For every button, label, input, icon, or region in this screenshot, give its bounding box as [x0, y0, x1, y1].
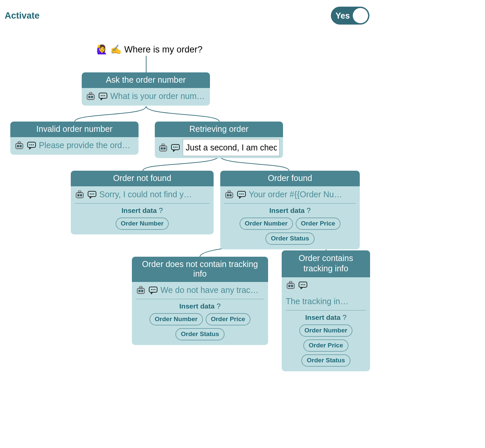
svg-point-47 [141, 290, 143, 292]
svg-rect-18 [159, 146, 167, 151]
svg-point-44 [242, 193, 243, 194]
chip-order-number[interactable]: Order Number [240, 218, 293, 230]
svg-point-26 [176, 146, 177, 147]
chip-order-status[interactable]: Order Status [265, 232, 314, 245]
bot-message: Your order #{{Order Nu… [249, 190, 342, 199]
svg-rect-12 [18, 141, 21, 143]
activate-toggle-label: Yes [336, 11, 350, 21]
node-title: Order does not contain tracking info [132, 257, 268, 282]
writing-icon: ✍️ [110, 44, 122, 55]
chips: Order Number Order Price Order Status [224, 218, 356, 245]
chip-order-price[interactable]: Order Price [303, 339, 348, 352]
svg-rect-57 [289, 281, 292, 283]
node-body: What is your order num… [82, 88, 210, 106]
insert-label-row: Insert data ? [136, 302, 264, 311]
node-retrieving[interactable]: Retrieving order [155, 122, 283, 158]
svg-point-29 [80, 194, 82, 196]
bot-message-row: What is your order num… [86, 91, 206, 101]
bot-message-input[interactable] [183, 139, 280, 156]
robot-icon [86, 92, 96, 101]
svg-point-62 [304, 284, 305, 285]
root-question[interactable]: 🙋‍♀️ ✍️ Where is my order? [96, 44, 203, 55]
insert-data-section: Insert data ? Order Number Order Price O… [224, 203, 356, 245]
node-body: The tracking in… Insert data ? Order Num… [282, 277, 370, 371]
svg-point-38 [230, 194, 232, 196]
chip-order-status[interactable]: Order Status [301, 354, 350, 367]
root-question-text: Where is my order? [124, 45, 203, 55]
chips: Order Number [75, 218, 210, 230]
bot-message-row [158, 139, 280, 156]
svg-point-61 [302, 284, 303, 285]
speech-icon [148, 286, 158, 294]
svg-rect-21 [162, 144, 164, 145]
node-no-tracking[interactable]: Order does not contain tracking info We … [132, 257, 268, 345]
help-icon[interactable]: ? [217, 302, 221, 311]
svg-point-28 [77, 194, 79, 196]
node-title: Invalid order number [10, 122, 139, 137]
svg-point-60 [301, 284, 302, 285]
insert-data-label: Insert data [122, 207, 157, 215]
svg-point-2 [91, 96, 93, 98]
svg-point-15 [29, 144, 30, 145]
insert-data-section: Insert data ? Order Number [75, 203, 210, 230]
activate-row: Activate Yes [5, 7, 369, 25]
toggle-knob [353, 8, 368, 23]
svg-rect-45 [137, 288, 145, 294]
node-body: We do not have any trac… Insert data ? O… [132, 282, 268, 345]
chips: Order Number Order Price Order Status [136, 313, 264, 340]
activate-toggle[interactable]: Yes [331, 7, 369, 25]
svg-rect-39 [228, 191, 231, 192]
bot-message: The tracking in… [286, 297, 366, 306]
svg-point-17 [33, 144, 34, 145]
svg-point-34 [91, 193, 92, 194]
svg-point-46 [139, 290, 141, 292]
svg-point-55 [288, 285, 290, 287]
node-ask-number[interactable]: Ask the order number What is your order … [82, 72, 210, 106]
svg-point-43 [241, 193, 242, 194]
bot-message: What is your order num… [110, 91, 205, 101]
insert-label-row: Insert data ? [224, 206, 356, 215]
help-icon[interactable]: ? [307, 206, 311, 215]
help-icon[interactable]: ? [342, 313, 346, 322]
insert-data-section: Insert data ? Order Number Order Price O… [136, 299, 264, 340]
node-has-tracking[interactable]: Order contains tracking info The trackin… [282, 250, 370, 371]
svg-rect-27 [76, 193, 83, 198]
robot-icon [224, 190, 234, 199]
robot-icon [158, 143, 168, 152]
chip-order-price[interactable]: Order Price [206, 313, 251, 325]
speech-icon [171, 144, 180, 152]
node-not-found[interactable]: Order not found Sorry, I could not find … [71, 171, 214, 234]
node-title: Order not found [71, 171, 214, 186]
chips: Order Number Order Price Order Status [286, 324, 366, 367]
svg-point-7 [102, 95, 103, 96]
svg-point-53 [154, 289, 155, 290]
robot-icon [14, 141, 24, 150]
insert-data-label: Insert data [179, 302, 215, 310]
bot-message: Sorry, I could not find y… [99, 190, 192, 199]
insert-label-row: Insert data ? [286, 313, 366, 322]
bot-message: Please provide the ord… [39, 140, 130, 150]
svg-point-52 [152, 289, 153, 290]
chip-order-number[interactable]: Order Number [299, 324, 353, 337]
help-icon[interactable]: ? [159, 206, 163, 215]
node-body [155, 137, 283, 158]
svg-point-51 [151, 289, 152, 290]
speech-icon [237, 191, 246, 199]
svg-rect-36 [226, 193, 233, 198]
node-invalid[interactable]: Invalid order number Please provide the … [10, 122, 139, 155]
chip-order-number[interactable]: Order Number [116, 218, 169, 230]
bot-message: We do not have any trac… [160, 285, 259, 295]
insert-data-label: Insert data [305, 314, 340, 321]
speech-icon [298, 281, 308, 289]
node-body: Sorry, I could not find y… Insert data ?… [71, 186, 214, 234]
svg-point-10 [17, 145, 19, 147]
chip-order-number[interactable]: Order Number [149, 313, 203, 325]
chip-order-price[interactable]: Order Price [296, 218, 341, 230]
bot-message-row: Sorry, I could not find y… [75, 190, 210, 199]
node-body: Please provide the ord… [10, 137, 139, 155]
speech-icon [87, 191, 97, 199]
chip-order-status[interactable]: Order Status [175, 328, 224, 340]
svg-point-11 [20, 145, 22, 147]
node-title: Ask the order number [82, 72, 210, 88]
node-found[interactable]: Order found Your order #{{Order Nu… Inse… [220, 171, 360, 249]
